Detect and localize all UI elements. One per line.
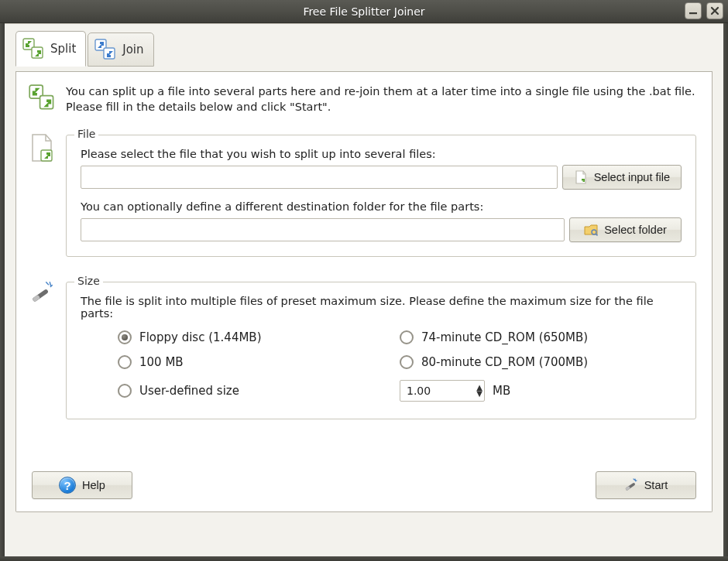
file-groupbox: File Please select the file that you wis…: [66, 135, 696, 257]
start-button[interactable]: Start: [596, 471, 696, 499]
tab-split[interactable]: Split: [15, 31, 86, 67]
input-file-field[interactable]: [81, 166, 558, 189]
select-file-prompt: Please select the file that you wish to …: [81, 148, 682, 160]
spinner-down[interactable]: ▼: [476, 391, 482, 397]
select-input-file-button[interactable]: Select input file: [562, 165, 682, 190]
select-input-file-label: Select input file: [594, 171, 670, 183]
file-icon: [574, 170, 588, 184]
tab-split-label: Split: [50, 42, 76, 56]
help-button[interactable]: ? Help: [32, 471, 132, 499]
size-prompt: The file is split into multiple files of…: [81, 295, 682, 320]
folder-icon: [584, 223, 598, 237]
join-icon: [94, 39, 116, 60]
dest-folder-field[interactable]: [81, 218, 565, 241]
select-folder-label: Select folder: [604, 224, 667, 236]
radio-floppy[interactable]: Floppy disc (1.44MB): [118, 330, 400, 344]
size-options: Floppy disc (1.44MB) 74-minute CD_ROM (6…: [81, 330, 682, 402]
title-bar: Free File Splitter Joiner: [0, 0, 728, 23]
tab-join-label: Join: [122, 43, 143, 56]
file-section-icon: [29, 128, 57, 166]
size-groupbox-legend: Size: [74, 275, 103, 287]
dest-folder-prompt: You can optionally define a different de…: [81, 200, 682, 213]
radio-cd74[interactable]: 74-minute CD_ROM (650MB): [400, 330, 682, 344]
radio-floppy-label: Floppy disc (1.44MB): [139, 330, 262, 344]
split-panel: You can split up a file into several par…: [15, 72, 713, 512]
size-groupbox: Size The file is split into multiple fil…: [66, 282, 696, 419]
file-groupbox-legend: File: [74, 128, 98, 140]
svg-rect-0: [689, 12, 697, 14]
client-area: Split Join: [5, 23, 723, 556]
split-icon: [22, 38, 44, 60]
radio-user-label: User-defined size: [139, 384, 239, 398]
custom-size-spinner[interactable]: 1.00 ▲ ▼: [400, 380, 485, 402]
radio-icon: [400, 355, 414, 369]
radio-icon: [400, 330, 414, 344]
window-title: Free File Splitter Joiner: [303, 5, 424, 18]
radio-icon: [118, 355, 132, 369]
minimize-button[interactable]: [685, 2, 702, 19]
tab-join[interactable]: Join: [88, 32, 153, 67]
tab-strip: Split Join: [15, 30, 713, 72]
radio-cd80-label: 80-minute CD_ROM (700MB): [421, 355, 588, 369]
start-button-label: Start: [644, 479, 668, 491]
radio-100mb-label: 100 MB: [139, 355, 184, 369]
custom-size-unit: MB: [493, 384, 510, 398]
intro-split-icon: [29, 84, 57, 113]
radio-icon: [118, 330, 132, 344]
custom-size-value: 1.00: [407, 385, 431, 397]
close-button[interactable]: [706, 2, 723, 19]
size-section-icon: [29, 275, 57, 309]
help-icon: ?: [59, 477, 76, 494]
radio-user-defined[interactable]: User-defined size: [118, 380, 400, 402]
wand-icon: [624, 477, 638, 494]
window-controls: [685, 2, 723, 19]
radio-cd74-label: 74-minute CD_ROM (650MB): [421, 330, 588, 344]
radio-cd80[interactable]: 80-minute CD_ROM (700MB): [400, 355, 682, 369]
help-button-label: Help: [82, 479, 105, 491]
intro-text: You can split up a file into several par…: [66, 84, 696, 115]
radio-100mb[interactable]: 100 MB: [118, 355, 400, 369]
select-folder-button[interactable]: Select folder: [569, 217, 682, 242]
radio-icon: [118, 384, 132, 398]
